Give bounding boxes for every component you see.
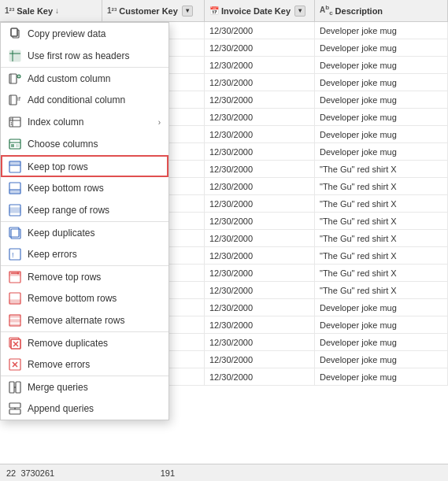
svg-rect-11 bbox=[9, 95, 17, 105]
svg-text:n: n bbox=[10, 117, 13, 121]
cell-invoice: 12/30/2000 bbox=[205, 126, 315, 142]
cell-desc: "The Gu" red shirt X bbox=[315, 282, 448, 298]
cell-invoice: 12/30/2000 bbox=[205, 282, 315, 298]
svg-rect-3 bbox=[9, 50, 20, 61]
col-invoice-date-label: Invoice Date Key bbox=[221, 6, 291, 16]
menu-label-copy-preview: Copy preview data bbox=[28, 28, 161, 39]
customer-key-type-icon: 1²³ bbox=[107, 6, 117, 15]
menu-item-keep-range-rows[interactable]: Keep range of rows bbox=[1, 199, 168, 221]
cell-desc: "The Gu" red shirt X bbox=[315, 247, 448, 264]
cell-invoice: 12/30/2000 bbox=[205, 230, 315, 246]
menu-item-use-first-row[interactable]: Use first row as headers bbox=[1, 45, 168, 67]
svg-rect-55 bbox=[16, 382, 20, 393]
cell-desc: Developer joke mug bbox=[315, 368, 448, 385]
sale-key-sort-icon: ↓ bbox=[55, 6, 59, 15]
footer-sale-val: 3730261 bbox=[20, 468, 54, 478]
cell-invoice: 12/30/2000 bbox=[205, 247, 315, 264]
menu-icon-append-queries bbox=[9, 402, 21, 415]
cell-invoice: 12/30/2000 bbox=[205, 143, 315, 160]
cell-desc: Developer joke mug bbox=[315, 299, 448, 316]
svg-rect-1 bbox=[11, 28, 17, 36]
menu-item-remove-bottom-rows[interactable]: Remove bottom rows bbox=[1, 287, 168, 309]
cell-invoice: 12/30/2000 bbox=[205, 334, 315, 350]
context-menu: Copy preview data Use first row as heade… bbox=[0, 22, 169, 420]
cell-invoice: 12/30/2000 bbox=[205, 74, 315, 91]
invoice-date-dropdown[interactable]: ▾ bbox=[294, 6, 305, 17]
invoice-date-type-icon: 📅 bbox=[209, 6, 219, 15]
menu-item-choose-cols[interactable]: Choose columns bbox=[1, 133, 168, 155]
menu-item-keep-top-rows[interactable]: Keep top rows bbox=[1, 155, 168, 177]
menu-item-append-queries[interactable]: Append queries bbox=[1, 398, 168, 420]
menu-icon-keep-errors: ! bbox=[9, 248, 21, 261]
col-header-invoice-date: 📅 Invoice Date Key ▾ bbox=[205, 0, 315, 21]
menu-item-merge-queries[interactable]: Merge queries bbox=[1, 376, 168, 398]
cell-invoice: 12/30/2000 bbox=[205, 368, 315, 385]
menu-label-remove-alternate-rows: Remove alternate rows bbox=[28, 315, 161, 326]
menu-icon-merge-queries bbox=[9, 381, 21, 394]
menu-icon-add-conditional-col: if bbox=[9, 94, 21, 106]
cell-desc: "The Gu" red shirt X bbox=[315, 178, 448, 194]
col-header-customer-key: 1²³ Customer Key ▾ bbox=[102, 0, 205, 21]
menu-icon-keep-bottom-rows bbox=[9, 182, 21, 194]
cell-desc: Developer joke mug bbox=[315, 57, 448, 73]
cell-invoice: 12/30/2000 bbox=[205, 109, 315, 125]
menu-item-remove-errors[interactable]: Remove errors bbox=[1, 353, 168, 376]
menu-item-keep-bottom-rows[interactable]: Keep bottom rows bbox=[1, 177, 168, 199]
col-description-label: Description bbox=[335, 6, 383, 16]
svg-rect-27 bbox=[9, 190, 20, 194]
cell-desc: Developer joke mug bbox=[315, 74, 448, 91]
menu-label-merge-queries: Merge queries bbox=[28, 382, 161, 393]
cell-invoice: 12/30/2000 bbox=[205, 39, 315, 56]
menu-icon-choose-cols bbox=[9, 138, 21, 150]
sale-key-type-icon: 1²³ bbox=[5, 6, 14, 15]
cell-invoice: 12/30/2000 bbox=[205, 195, 315, 212]
cell-desc: Developer joke mug bbox=[315, 91, 448, 108]
cell-desc: Developer joke mug bbox=[315, 109, 448, 125]
menu-icon-copy-preview bbox=[9, 28, 21, 40]
menu-label-remove-duplicates: Remove duplicates bbox=[28, 338, 161, 349]
menu-item-remove-duplicates[interactable]: Remove duplicates bbox=[1, 331, 168, 353]
menu-item-add-custom-col[interactable]: Add custom column bbox=[1, 67, 168, 89]
menu-label-remove-errors: Remove errors bbox=[28, 359, 161, 370]
menu-icon-remove-errors bbox=[9, 358, 21, 371]
svg-text:!: ! bbox=[12, 251, 14, 259]
menu-item-keep-duplicates[interactable]: Keep duplicates bbox=[1, 221, 168, 243]
cell-invoice: 12/30/2000 bbox=[205, 351, 315, 368]
svg-rect-43 bbox=[9, 315, 20, 317]
cell-desc: "The Gu" red shirt X bbox=[315, 213, 448, 229]
menu-label-keep-duplicates: Keep duplicates bbox=[28, 228, 161, 239]
menu-label-use-first-row: Use first row as headers bbox=[28, 50, 161, 61]
customer-key-dropdown[interactable]: ▾ bbox=[182, 6, 193, 17]
menu-item-remove-alternate-rows[interactable]: Remove alternate rows bbox=[1, 309, 168, 331]
menu-label-keep-top-rows: Keep top rows bbox=[28, 161, 161, 172]
menu-label-remove-bottom-rows: Remove bottom rows bbox=[28, 293, 161, 304]
menu-item-remove-top-rows[interactable]: Remove top rows bbox=[1, 265, 168, 287]
menu-item-copy-preview[interactable]: Copy preview data bbox=[1, 23, 168, 45]
footer-customer-val: 191 bbox=[161, 468, 175, 478]
footer-row-num: 22 bbox=[6, 468, 16, 478]
menu-label-index-col: Index column bbox=[28, 117, 152, 128]
col-header-description: Abc Description bbox=[315, 0, 448, 21]
cell-invoice: 12/30/2000 bbox=[205, 178, 315, 194]
cell-invoice: 12/30/2000 bbox=[205, 265, 315, 281]
cell-desc: "The Gu" red shirt X bbox=[315, 161, 448, 177]
svg-text:if: if bbox=[17, 95, 21, 102]
menu-label-keep-errors: Keep errors bbox=[28, 249, 161, 260]
col-customer-key-label: Customer Key bbox=[119, 6, 178, 16]
menu-label-choose-cols: Choose columns bbox=[28, 139, 161, 150]
menu-icon-keep-top-rows bbox=[9, 161, 21, 173]
menu-item-keep-errors[interactable]: ! Keep errors bbox=[1, 243, 168, 265]
menu-label-add-custom-col: Add custom column bbox=[28, 73, 161, 84]
menu-item-index-col[interactable]: 1 n Index column › bbox=[1, 111, 168, 133]
menu-item-add-conditional-col[interactable]: if Add conditional column bbox=[1, 89, 168, 111]
svg-rect-22 bbox=[16, 144, 19, 147]
menu-icon-remove-duplicates bbox=[9, 337, 21, 350]
svg-rect-41 bbox=[9, 300, 20, 304]
cell-desc: Developer joke mug bbox=[315, 143, 448, 160]
svg-rect-44 bbox=[9, 320, 20, 322]
cell-desc: Developer joke mug bbox=[315, 334, 448, 350]
menu-label-append-queries: Append queries bbox=[28, 403, 161, 414]
svg-rect-45 bbox=[9, 324, 20, 326]
menu-label-add-conditional-col: Add conditional column bbox=[28, 94, 161, 105]
cell-desc: "The Gu" red shirt X bbox=[315, 195, 448, 212]
